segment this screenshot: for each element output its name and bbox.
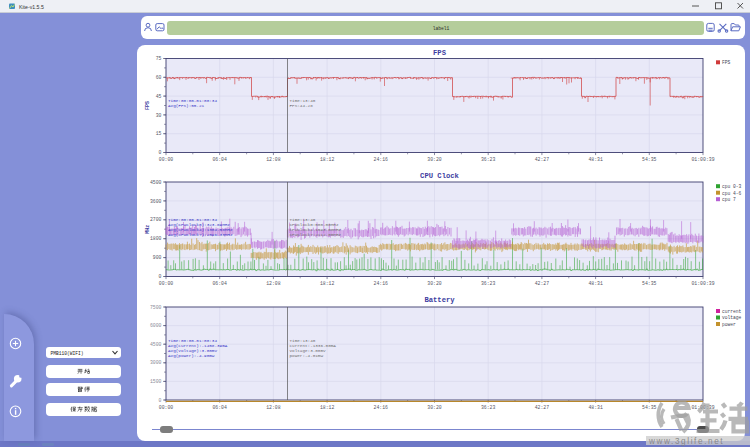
svg-text:cpu 4-6: cpu 4-6 bbox=[722, 191, 742, 196]
svg-text:power: power bbox=[722, 322, 736, 327]
svg-text:45: 45 bbox=[156, 94, 162, 99]
svg-text:24:16: 24:16 bbox=[374, 157, 389, 162]
svg-text:FPS:44.28: FPS:44.28 bbox=[290, 103, 314, 108]
svg-text:6000: 6000 bbox=[150, 323, 162, 328]
svg-text:24:16: 24:16 bbox=[374, 281, 389, 286]
svg-text:48:31: 48:31 bbox=[588, 405, 603, 410]
svg-text:15: 15 bbox=[156, 131, 162, 136]
svg-text:54:35: 54:35 bbox=[642, 405, 657, 410]
svg-text:cpu 7: cpu 7 bbox=[722, 197, 736, 202]
svg-text:75: 75 bbox=[156, 56, 162, 61]
svg-text:voltage: voltage bbox=[722, 315, 742, 320]
svg-text:12:08: 12:08 bbox=[266, 405, 281, 410]
svg-text:PMB110(WIFI): PMB110(WIFI) bbox=[51, 351, 84, 356]
svg-text:06:04: 06:04 bbox=[212, 405, 227, 410]
svg-text:00:00: 00:00 bbox=[159, 405, 174, 410]
svg-text:www.3glife.net: www.3glife.net bbox=[648, 437, 724, 446]
svg-text:24:16: 24:16 bbox=[374, 405, 389, 410]
svg-text:36:23: 36:23 bbox=[481, 281, 496, 286]
svg-text:0: 0 bbox=[159, 274, 162, 279]
svg-text:1800: 1800 bbox=[150, 236, 162, 241]
svg-text:7500: 7500 bbox=[150, 305, 162, 310]
svg-text:18:12: 18:12 bbox=[320, 405, 335, 410]
svg-text:30:20: 30:20 bbox=[427, 157, 442, 162]
svg-text:48:31: 48:31 bbox=[588, 157, 603, 162]
svg-text:Battery: Battery bbox=[424, 296, 455, 304]
svg-text:CPU Clock: CPU Clock bbox=[420, 172, 460, 180]
svg-text:42:27: 42:27 bbox=[535, 281, 550, 286]
svg-text:0: 0 bbox=[159, 398, 162, 403]
svg-text:cpu 0-3: cpu 0-3 bbox=[722, 184, 742, 189]
svg-text:MHz: MHz bbox=[145, 225, 151, 234]
svg-text:36:23: 36:23 bbox=[481, 157, 496, 162]
svg-text:label1: label1 bbox=[433, 26, 450, 31]
svg-text:900: 900 bbox=[153, 255, 162, 260]
svg-text:18:12: 18:12 bbox=[320, 281, 335, 286]
svg-text:48:31: 48:31 bbox=[588, 281, 603, 286]
svg-text:FPS: FPS bbox=[145, 101, 151, 110]
svg-text:36:23: 36:23 bbox=[481, 405, 496, 410]
svg-text:4500: 4500 bbox=[150, 180, 162, 185]
svg-text:0: 0 bbox=[159, 150, 162, 155]
svg-text:54:35: 54:35 bbox=[642, 157, 657, 162]
svg-text:3600: 3600 bbox=[150, 199, 162, 204]
svg-text:CPUClock7:2112.00MHz: CPUClock7:2112.00MHz bbox=[290, 232, 342, 237]
svg-text:60: 60 bbox=[156, 75, 162, 80]
svg-text:4500: 4500 bbox=[150, 342, 162, 347]
svg-text:FPS: FPS bbox=[722, 60, 731, 65]
svg-text:00:00: 00:00 bbox=[159, 281, 174, 286]
svg-text:30:20: 30:20 bbox=[427, 281, 442, 286]
svg-text:2700: 2700 bbox=[150, 217, 162, 222]
svg-text:FPS: FPS bbox=[433, 49, 447, 57]
svg-text:30:20: 30:20 bbox=[427, 405, 442, 410]
svg-text:Avg(power):-4.90mW: Avg(power):-4.90mW bbox=[168, 353, 215, 358]
svg-text:12:08: 12:08 bbox=[266, 281, 281, 286]
svg-text:1500: 1500 bbox=[150, 379, 162, 384]
svg-text:current: current bbox=[722, 309, 742, 314]
svg-text:Avg(FPS):55.21: Avg(FPS):55.21 bbox=[168, 103, 205, 108]
svg-text:Kite-v1.5.5: Kite-v1.5.5 bbox=[19, 4, 44, 10]
svg-text:Avg(CPUClock7):2096.33MHz: Avg(CPUClock7):2096.33MHz bbox=[168, 232, 233, 237]
svg-text:00:00: 00:00 bbox=[159, 157, 174, 162]
svg-text:3000: 3000 bbox=[150, 360, 162, 365]
svg-text:12:08: 12:08 bbox=[266, 157, 281, 162]
svg-text:54:35: 54:35 bbox=[642, 281, 657, 286]
svg-text:42:27: 42:27 bbox=[535, 405, 550, 410]
svg-text:01:00:39: 01:00:39 bbox=[691, 157, 714, 162]
svg-text:06:04: 06:04 bbox=[212, 281, 227, 286]
svg-text:01:00:39: 01:00:39 bbox=[691, 281, 714, 286]
svg-text:06:04: 06:04 bbox=[212, 157, 227, 162]
svg-text:30: 30 bbox=[156, 113, 162, 118]
svg-text:power:-4.01mW: power:-4.01mW bbox=[290, 353, 324, 358]
svg-text:18:12: 18:12 bbox=[320, 157, 335, 162]
svg-text:42:27: 42:27 bbox=[535, 157, 550, 162]
